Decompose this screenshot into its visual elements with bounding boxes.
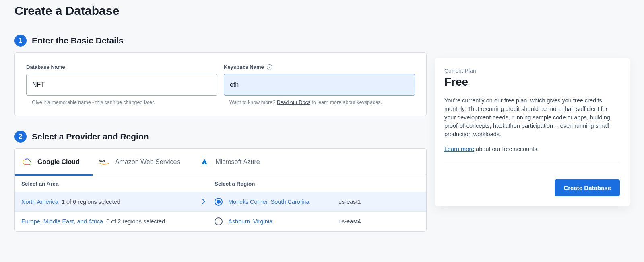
info-icon[interactable]: i — [267, 64, 272, 70]
step1-number: 1 — [14, 35, 27, 47]
area-region-row: Europe, Middle East, and Africa 0 of 2 r… — [15, 212, 426, 231]
plan-label: Current Plan — [444, 68, 620, 74]
step2-title: Select a Provider and Region — [32, 132, 149, 141]
region-us-east4[interactable]: Ashburn, Virginia us-east4 — [215, 217, 420, 225]
learn-more-link[interactable]: Learn more — [444, 146, 474, 152]
create-database-button[interactable]: Create Database — [555, 179, 620, 196]
step2-number: 2 — [14, 131, 27, 143]
database-name-hint: Give it a memorable name - this can't be… — [26, 100, 217, 105]
chevron-right-icon — [202, 199, 206, 205]
provider-card: Google Cloud aws Amazon Web Services Mic… — [14, 148, 427, 232]
step1-title: Enter the Basic Details — [32, 36, 124, 45]
step1-header: 1 Enter the Basic Details — [14, 35, 427, 47]
database-name-input[interactable] — [26, 74, 217, 96]
area-name: North America — [21, 199, 58, 205]
plan-learn-more: Learn more about our free accounts. — [444, 146, 620, 152]
tab-azure[interactable]: Microsoft Azure — [193, 149, 272, 176]
area-subtext: 0 of 2 regions selected — [106, 218, 165, 225]
region-header: Select a Region — [215, 181, 420, 187]
region-us-east1[interactable]: Moncks Corner, South Carolina us-east1 — [215, 198, 420, 206]
keyspace-name-input[interactable] — [224, 74, 415, 96]
radio-icon[interactable] — [215, 217, 223, 225]
azure-icon — [199, 158, 210, 166]
divider — [444, 164, 620, 164]
radio-icon[interactable] — [215, 198, 223, 206]
region-code: us-east1 — [339, 199, 361, 205]
keyspace-name-label-text: Keyspace Name — [224, 64, 264, 70]
area-region-row: North America 1 of 6 regions selected Mo… — [15, 192, 426, 212]
tab-azure-label: Microsoft Azure — [215, 158, 260, 166]
keyspace-hint-prefix: Want to know more? — [229, 100, 277, 105]
database-name-label: Database Name — [26, 64, 217, 70]
area-north-america[interactable]: North America 1 of 6 regions selected — [21, 199, 215, 205]
provider-tabs: Google Cloud aws Amazon Web Services Mic… — [15, 149, 426, 176]
tab-aws-label: Amazon Web Services — [115, 158, 180, 166]
area-header: Select an Area — [21, 181, 215, 187]
step1-card: Database Name Give it a memorable name -… — [14, 52, 427, 116]
region-name: Ashburn, Virginia — [228, 218, 333, 225]
area-name: Europe, Middle East, and Africa — [21, 218, 103, 225]
region-code: us-east4 — [339, 218, 361, 225]
area-emea[interactable]: Europe, Middle East, and Africa 0 of 2 r… — [21, 218, 215, 225]
svg-text:aws: aws — [99, 159, 105, 163]
area-subtext: 1 of 6 regions selected — [62, 199, 120, 205]
aws-icon: aws — [99, 158, 109, 166]
page-title: Create a Database — [14, 0, 427, 35]
keyspace-name-hint: Want to know more? Read our Docs to lear… — [224, 100, 415, 105]
plan-description: You're currently on our free plan, which… — [444, 96, 620, 139]
plan-card: Current Plan Free You're currently on ou… — [435, 58, 630, 206]
tab-google-cloud-label: Google Cloud — [37, 158, 80, 166]
tab-google-cloud[interactable]: Google Cloud — [15, 149, 93, 176]
google-cloud-icon — [21, 158, 32, 166]
read-docs-link[interactable]: Read our Docs — [277, 100, 310, 105]
keyspace-hint-suffix: to learn more about keyspaces. — [310, 100, 382, 105]
plan-name: Free — [444, 76, 620, 88]
region-name: Moncks Corner, South Carolina — [228, 199, 333, 205]
plan-learn-suffix: about our free accounts. — [474, 146, 539, 152]
step2-header: 2 Select a Provider and Region — [14, 131, 427, 143]
tab-aws[interactable]: aws Amazon Web Services — [93, 149, 193, 176]
keyspace-name-label: Keyspace Name i — [224, 64, 415, 70]
